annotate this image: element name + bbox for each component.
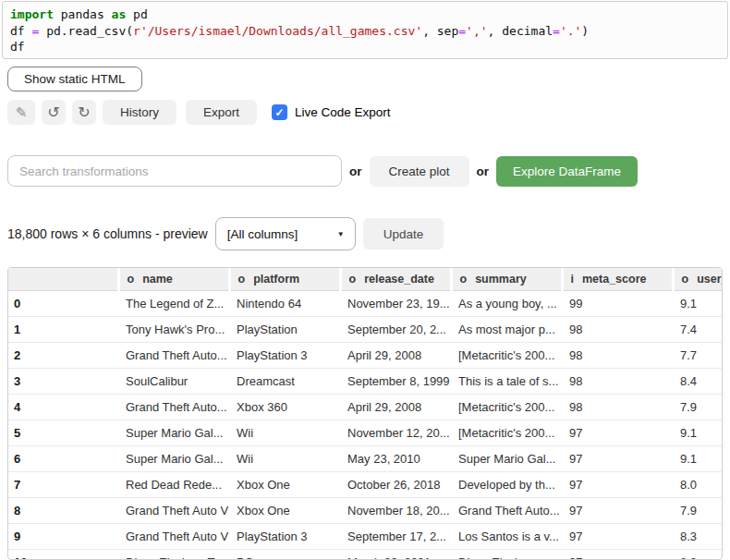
row-index: 4 [8,394,118,420]
column-name: release_date [364,273,434,286]
cell-name: Super Mario Gal... [118,420,229,445]
table-row: 2Grand Theft Auto...PlayStation 3April 2… [8,342,723,368]
chevron-down-icon: ▼ [337,230,345,238]
cell-platform: PC [229,549,340,560]
cell-release-date: October 26, 2018 [340,471,451,497]
table-row: 9Grand Theft Auto VPlayStation 3Septembe… [8,523,723,549]
dataframe-preview-table[interactable]: onameoplatformorelease_dateosummaryimeta… [7,267,723,560]
cell-name: The Legend of Z... [118,290,229,316]
redo-icon: ↻ [78,103,90,121]
cell-summary: As a young boy, ... [451,290,562,316]
cell-meta-score: 97 [562,445,673,471]
live-code-export-toggle[interactable]: ✓ Live Code Export [272,104,391,120]
cell-release-date: September 20, 2... [340,316,451,342]
dtype-badge: o [349,273,357,286]
row-index: 8 [8,497,118,523]
redo-button[interactable]: ↻ [72,100,96,125]
row-index: 0 [8,290,118,316]
cell-summary: Developed by th... [451,471,562,497]
cell-name: Super Mario Gal... [118,445,229,471]
dtype-badge: o [460,273,468,286]
cell-meta-score: 98 [562,394,673,420]
search-transformations-input[interactable] [7,155,342,187]
undo-button[interactable]: ↺ [42,100,66,125]
cell-release-date: March 30, 2021 [340,549,451,560]
export-button[interactable]: Export [186,100,257,125]
row-index: 7 [8,471,118,497]
cell-platform: Nintendo 64 [229,290,340,316]
column-name: platform [253,273,299,286]
actions-row: or Create plot or Explore DataFrame [7,155,638,187]
cell-platform: Xbox 360 [229,394,340,420]
cell-summary: [Metacritic's 200... [451,394,562,420]
cell-user-score: 8.4 [673,368,723,394]
cell-user-score: 9.1 [673,445,723,471]
columns-filter-select[interactable]: [All columns] ▼ [215,217,356,250]
cell-user-score: 8.3 [673,523,723,549]
cell-platform: PlayStation 3 [229,342,340,368]
column-header-name[interactable]: oname [118,268,229,290]
column-header-release-date[interactable]: orelease_date [340,268,451,290]
live-code-export-checkbox[interactable]: ✓ [272,104,287,120]
cell-name: SoulCalibur [118,368,229,394]
cell-meta-score: 97 [562,420,673,445]
cell-name: Grand Theft Auto... [118,342,229,368]
row-index: 1 [8,316,118,342]
row-index: 3 [8,368,118,394]
cell-summary: [Metacritic's 200... [451,420,562,445]
cell-platform: PlayStation 3 [229,523,340,549]
cell-platform: Xbox One [229,471,340,497]
row-index: 10 [8,549,118,560]
column-name: meta_score [582,273,647,286]
table-row: 7Red Dead Rede...Xbox OneOctober 26, 201… [8,471,723,497]
undo-icon: ↺ [47,103,59,121]
dataframe-table: onameoplatformorelease_dateosummaryimeta… [8,268,723,560]
column-header-platform[interactable]: oplatform [229,268,340,290]
or-label: or [349,164,362,178]
column-header-user-score[interactable]: ouser_score [673,268,723,290]
row-index: 9 [8,523,118,549]
or-label: or [477,164,490,178]
cell-name: Grand Theft Auto V [118,497,229,523]
cell-summary: Super Mario Gal... [451,445,562,471]
index-column-header[interactable] [8,268,118,290]
live-code-export-label: Live Code Export [295,105,391,119]
create-plot-button[interactable]: Create plot [370,156,469,187]
history-button[interactable]: History [103,100,176,125]
cell-platform: PlayStation [229,316,340,342]
edit-cell-button[interactable]: ✎ [7,100,35,125]
dataframe-shape-summary: 18,800 rows × 6 columns - preview [7,226,208,241]
table-row: 3SoulCaliburDreamcastSeptember 8, 1999Th… [8,368,723,394]
row-index: 2 [8,342,118,368]
cell-release-date: April 29, 2008 [340,394,451,420]
table-header-row: onameoplatformorelease_dateosummaryimeta… [8,268,723,290]
dtype-badge: o [682,273,689,286]
cell-meta-score: 98 [562,316,673,342]
cell-release-date: November 23, 19... [340,290,451,316]
table-row: 5Super Mario Gal...WiiNovember 12, 20...… [8,420,723,445]
column-name: name [142,273,173,286]
column-header-summary[interactable]: osummary [451,268,562,290]
show-static-html-button[interactable]: Show static HTML [7,67,142,91]
explore-dataframe-button[interactable]: Explore DataFrame [496,156,638,187]
cell-release-date: September 8, 1999 [340,368,451,394]
cell-user-score: 7.7 [673,342,723,368]
update-button[interactable]: Update [363,218,444,250]
cell-name: Grand Theft Auto... [118,394,229,420]
cell-meta-score: 97 [562,471,673,497]
column-name: user_score [697,273,723,286]
column-header-meta-score[interactable]: imeta_score [562,268,673,290]
table-row: 8Grand Theft Auto VXbox OneNovember 18, … [8,497,723,523]
cell-summary: Los Santos is a v... [451,523,562,549]
cell-meta-score: 99 [562,290,673,316]
code-content: import pandas as pddf = pd.read_csv(r'/U… [10,6,720,55]
cell-user-score: 7.4 [673,316,723,342]
cell-release-date: November 18, 20... [340,497,451,523]
cell-release-date: May 23, 2010 [340,445,451,471]
code-cell[interactable]: import pandas as pddf = pd.read_csv(r'/U… [2,1,728,59]
dtype-badge: i [571,273,574,286]
cell-release-date: September 17, 2... [340,523,451,549]
table-row: 6Super Mario Gal...WiiMay 23, 2010Super … [8,445,723,471]
table-row: 4Grand Theft Auto...Xbox 360April 29, 20… [8,394,723,420]
table-row: 1Tony Hawk's Pro...PlayStationSeptember … [8,316,723,342]
